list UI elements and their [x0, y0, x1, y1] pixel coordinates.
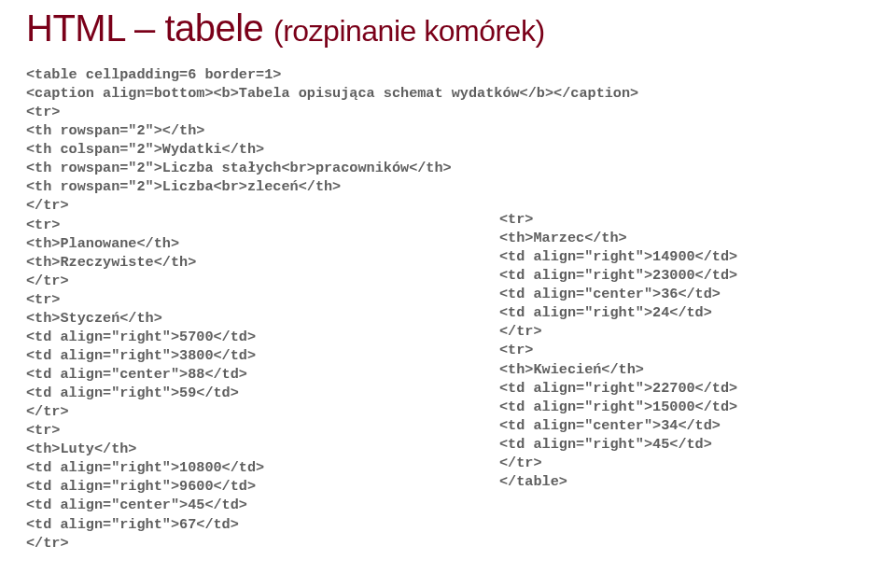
code-block-right: <tr> <th>Marzec</th> <td align="right">1… — [499, 210, 737, 491]
title-main: HTML – tabele — [26, 7, 263, 49]
slide: HTML – tabele (rozpinanie komórek) <tabl… — [0, 0, 896, 588]
title-subtitle: (rozpinanie komórek) — [273, 14, 545, 48]
slide-title: HTML – tabele (rozpinanie komórek) — [26, 7, 870, 49]
